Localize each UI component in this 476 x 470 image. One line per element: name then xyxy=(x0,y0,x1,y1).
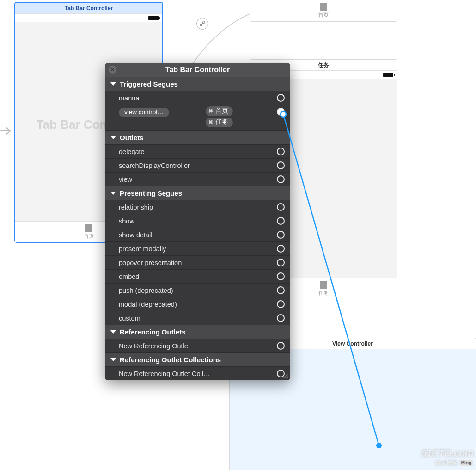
connection-port[interactable] xyxy=(277,108,285,116)
outlet-delegate[interactable]: delegate xyxy=(105,144,290,158)
segue-custom[interactable]: custom xyxy=(105,311,290,325)
connection-port[interactable] xyxy=(277,161,285,169)
section-presenting-segues[interactable]: Presenting Segues xyxy=(105,186,290,200)
outlet-label: searchDisplayController xyxy=(119,162,207,169)
watermark-line2: 技术博客Blog xyxy=(421,459,473,467)
remove-icon[interactable]: ✖ xyxy=(208,119,213,125)
connection-port[interactable] xyxy=(277,231,285,239)
connections-popover[interactable]: Tab Bar Controller Triggered Segues manu… xyxy=(105,63,290,380)
segue-node-icon[interactable] xyxy=(196,18,208,30)
connection-label: 任务 xyxy=(215,118,228,126)
tab-item-label: 首页 xyxy=(318,12,329,19)
outlet-label: New Referencing Outlet Coll… xyxy=(119,370,257,377)
disclosure-triangle-icon xyxy=(110,192,116,195)
outlet-view[interactable]: view xyxy=(105,172,290,186)
outlet-label: show detail xyxy=(119,231,207,239)
outlet-label: manual xyxy=(119,94,207,102)
tab-item-label: 首页 xyxy=(84,233,94,240)
section-triggered-segues[interactable]: Triggered Segues xyxy=(105,77,290,91)
segue-popover-presentation[interactable]: popover presentation xyxy=(105,255,290,269)
svg-point-0 xyxy=(200,24,202,26)
segue-modal-deprecated[interactable]: modal (deprecated) xyxy=(105,297,290,311)
section-outlets[interactable]: Outlets xyxy=(105,130,290,144)
tab-placeholder-icon xyxy=(320,3,327,11)
segue-push-deprecated[interactable]: push (deprecated) xyxy=(105,283,290,297)
entry-point-arrow xyxy=(0,124,14,138)
outlet-label: popover presentation xyxy=(119,259,207,266)
disclosure-triangle-icon xyxy=(110,136,116,139)
scene-title: Tab Bar Controller xyxy=(15,3,162,14)
connection-port[interactable] xyxy=(277,94,285,102)
connection-port[interactable] xyxy=(277,245,285,253)
segue-show[interactable]: show xyxy=(105,214,290,228)
section-label: Outlets xyxy=(120,134,144,142)
section-referencing-outlet-collections[interactable]: Referencing Outlet Collections xyxy=(105,352,290,366)
segue-relationship[interactable]: relationship xyxy=(105,200,290,214)
section-label: Triggered Segues xyxy=(120,80,178,88)
connection-port[interactable] xyxy=(277,148,285,155)
remove-icon[interactable]: ✖ xyxy=(208,108,213,114)
outlet-label: New Referencing Outlet xyxy=(119,342,207,350)
segue-show-detail[interactable]: show detail xyxy=(105,228,290,241)
watermark-line1: 51CTO.com xyxy=(421,447,473,459)
popover-title: Tab Bar Controller xyxy=(105,66,290,74)
segue-embed[interactable]: embed xyxy=(105,269,290,283)
connection-label: 首页 xyxy=(215,107,228,115)
svg-point-1 xyxy=(203,21,205,24)
outlet-label: show xyxy=(119,217,207,225)
tab-item-label: 任务 xyxy=(318,290,329,297)
section-label: Referencing Outlet Collections xyxy=(120,356,221,364)
outlet-label: embed xyxy=(119,273,207,280)
svg-line-2 xyxy=(202,23,203,25)
popover-header: Tab Bar Controller xyxy=(105,63,290,77)
connection-home[interactable]: ✖首页 xyxy=(206,106,233,116)
storyboard-canvas[interactable]: Tab Bar Controller Tab Bar Controller 首页… xyxy=(0,0,476,470)
connection-port[interactable] xyxy=(277,203,285,211)
connection-port[interactable] xyxy=(277,342,285,350)
outlet-label: modal (deprecated) xyxy=(119,301,207,308)
connection-port[interactable] xyxy=(277,217,285,225)
section-label: Presenting Segues xyxy=(120,189,182,197)
section-referencing-outlets[interactable]: Referencing Outlets xyxy=(105,325,290,339)
outlet-manual[interactable]: manual xyxy=(105,91,290,105)
outlet-label: custom xyxy=(119,315,207,322)
tab-placeholder-icon xyxy=(85,224,92,232)
watermark: 51CTO.com 技术博客Blog xyxy=(421,447,473,467)
outlet-label: view xyxy=(119,176,207,183)
connection-port[interactable] xyxy=(277,286,285,294)
new-referencing-outlet-collection[interactable]: New Referencing Outlet Coll… xyxy=(105,366,290,380)
disclosure-triangle-icon xyxy=(110,82,116,86)
disclosure-triangle-icon xyxy=(110,358,116,361)
connection-port[interactable] xyxy=(277,259,285,266)
section-label: Referencing Outlets xyxy=(120,328,186,336)
status-bar xyxy=(15,14,162,22)
new-referencing-outlet[interactable]: New Referencing Outlet xyxy=(105,339,290,352)
outlet-label: delegate xyxy=(119,148,207,155)
close-button[interactable] xyxy=(109,66,116,74)
connection-port[interactable] xyxy=(277,272,285,280)
outlet-search-display-controller[interactable]: searchDisplayController xyxy=(105,158,290,172)
scene-home-partial[interactable]: 首页 xyxy=(250,0,397,22)
resize-grip-icon[interactable] xyxy=(282,372,288,379)
outlet-label: present modally xyxy=(119,245,207,253)
connection-port[interactable] xyxy=(277,300,285,308)
outlet-view-controllers[interactable]: view control… ✖首页 ✖任务 xyxy=(105,105,290,130)
disclosure-triangle-icon xyxy=(110,330,116,334)
segue-present-modally[interactable]: present modally xyxy=(105,241,290,255)
connection-port[interactable] xyxy=(277,314,285,322)
battery-icon xyxy=(148,16,159,20)
tab-placeholder-icon xyxy=(320,281,327,289)
outlet-label: relationship xyxy=(119,204,207,211)
outlet-label: push (deprecated) xyxy=(119,287,207,294)
outlet-label-pill: view control… xyxy=(119,108,169,117)
connection-port[interactable] xyxy=(277,175,285,183)
battery-icon xyxy=(383,73,393,77)
connection-tasks[interactable]: ✖任务 xyxy=(206,118,233,127)
